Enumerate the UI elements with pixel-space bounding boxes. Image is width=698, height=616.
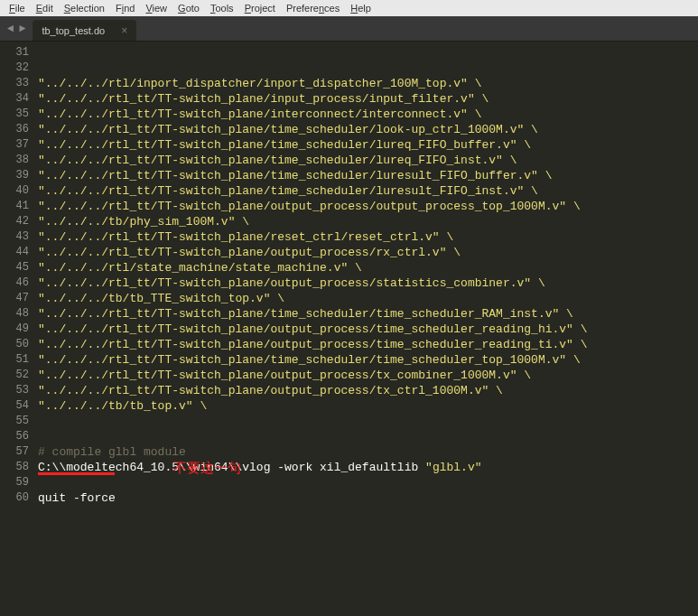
line-number: 39 [0,168,29,183]
code-line[interactable]: "../../../rtl_tt/TT-switch_plane/output_… [38,337,588,352]
code-line[interactable]: "../../../rtl/inport_dispatcher/inport_d… [38,76,588,91]
line-number: 33 [0,76,29,91]
code-line[interactable]: "../../../tb/tb_TTE_switch_top.v" \ [38,291,588,306]
code-line[interactable]: # compile glbl module [38,444,588,460]
line-number: 57 [0,444,29,460]
code-line[interactable]: "../../../rtl_tt/TT-switch_plane/output_… [38,368,588,383]
nav-back-icon[interactable]: ◄ [7,23,14,35]
menu-preferences[interactable]: Preferences [281,2,345,14]
code-line[interactable]: "../../../rtl_tt/TT-switch_plane/output_… [38,245,588,260]
code-line[interactable]: "../../../rtl_tt/TT-switch_plane/time_sc… [38,137,588,153]
nav-forward-icon[interactable]: ► [19,23,25,35]
code-line[interactable]: "../../../rtl_tt/TT-switch_plane/time_sc… [38,153,588,168]
line-number: 46 [0,275,29,291]
code-line[interactable]: "../../../tb/phy_sim_100M.v" \ [38,214,588,229]
line-number: 32 [0,61,29,76]
code-line[interactable]: "../../../rtl_tt/TT-switch_plane/output_… [38,199,588,214]
code-line[interactable]: quit -force [38,490,588,506]
line-number: 47 [0,291,29,306]
line-number: 56 [0,429,29,444]
line-number: 38 [0,153,29,168]
code-area[interactable]: "../../../rtl/inport_dispatcher/inport_d… [38,42,588,616]
code-line[interactable]: "../../../rtl_tt/TT-switch_plane/time_sc… [38,306,588,322]
code-line[interactable] [38,414,588,429]
line-number: 54 [0,398,29,414]
menu-view[interactable]: View [140,2,172,14]
code-line[interactable]: "../../../rtl_tt/TT-switch_plane/time_sc… [38,168,588,183]
menu-project[interactable]: Project [239,2,281,14]
line-number: 55 [0,414,29,429]
line-number: 34 [0,91,29,107]
code-line[interactable]: "../../../rtl_tt/TT-switch_plane/input_p… [38,91,588,107]
code-line[interactable]: "../../../rtl_tt/TT-switch_plane/time_sc… [38,122,588,137]
tab-title: tb_top_test.do [42,25,105,36]
line-number: 36 [0,122,29,137]
menu-goto[interactable]: Goto [172,2,205,14]
code-line[interactable] [38,429,588,444]
tab-file[interactable]: tb_top_test.do × [33,20,136,41]
code-line[interactable]: "../../../rtl/state_machine/state_machin… [38,260,588,275]
code-line[interactable]: "../../../rtl_tt/TT-switch_plane/time_sc… [38,352,588,368]
code-line[interactable] [38,506,588,521]
annotation-text: 不要这一句 [173,460,241,475]
line-number: 42 [0,214,29,229]
gutter: 3132333435363738394041424344454647484950… [0,42,38,616]
line-number: 53 [0,383,29,398]
line-number: 40 [0,183,29,199]
line-number: 60 [0,490,29,506]
menu-edit[interactable]: Edit [31,2,59,14]
code-line[interactable]: "../../../rtl_tt/TT-switch_plane/time_sc… [38,183,588,199]
line-number: 48 [0,306,29,322]
code-line[interactable]: "../../../tb/tb_top.v" \ [38,398,588,414]
line-number: 51 [0,352,29,368]
line-number: 41 [0,199,29,214]
tab-bar: ◄ ► tb_top_test.do × [0,16,698,42]
menu-tools[interactable]: Tools [205,2,239,14]
line-number: 44 [0,245,29,260]
code-line[interactable]: "../../../rtl_tt/TT-switch_plane/output_… [38,322,588,337]
menu-file[interactable]: File [4,2,31,14]
code-line[interactable]: C:\\modeltech64_10.5\\win64\\vlog -work … [38,460,588,475]
line-number: 58 [0,460,29,475]
line-number: 35 [0,107,29,122]
code-line[interactable]: "../../../rtl_tt/TT-switch_plane/reset_c… [38,229,588,245]
menu-help[interactable]: Help [345,2,377,14]
line-number: 59 [0,475,29,490]
code-line[interactable]: "../../../rtl_tt/TT-switch_plane/output_… [38,383,588,398]
menu-find[interactable]: Find [110,2,140,14]
menu-selection[interactable]: Selection [59,2,110,14]
annotation-underline [38,472,115,475]
line-number: 31 [0,45,29,61]
line-number: 52 [0,368,29,383]
line-number: 45 [0,260,29,275]
code-line[interactable] [38,475,588,490]
code-line[interactable] [38,521,588,537]
code-line[interactable]: "../../../rtl_tt/TT-switch_plane/interco… [38,107,588,122]
line-number: 50 [0,337,29,352]
line-number: 49 [0,322,29,337]
code-line[interactable]: "../../../rtl_tt/TT-switch_plane/output_… [38,275,588,291]
editor[interactable]: 3132333435363738394041424344454647484950… [0,42,698,616]
menubar: File Edit Selection Find View Goto Tools… [0,0,698,16]
close-icon[interactable]: × [121,24,127,37]
line-number: 37 [0,137,29,153]
line-number: 43 [0,229,29,245]
nav-arrows: ◄ ► [0,16,33,41]
